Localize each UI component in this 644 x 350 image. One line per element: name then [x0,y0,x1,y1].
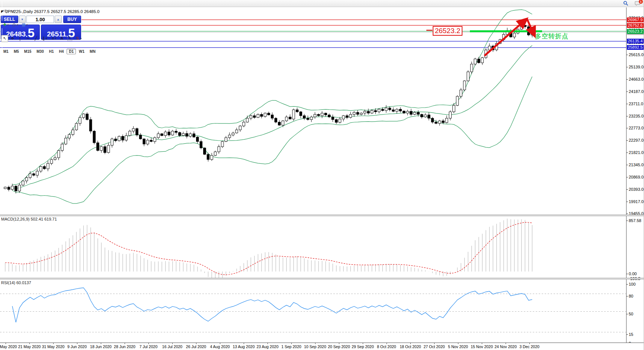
date-label: 13 Aug 2020 [233,344,255,349]
chart-shift-button[interactable]: ⇥ [9,7,16,15]
date-label: 5 Nov 2020 [448,344,468,349]
rsi-pane[interactable] [0,279,626,343]
cursor-icon: ↖ [2,35,7,42]
rsi-line [12,288,532,322]
fibonacci-button[interactable]: ≡F [49,35,58,42]
trendline-button[interactable]: ╱ [32,35,39,42]
chart-shift-icon: ⇥ [10,8,15,14]
axis-tick [627,177,628,177]
date-label: 10 Sep 2020 [304,344,326,349]
date-tick [6,343,6,344]
price-tick-label: 80 [629,294,633,298]
axis-tick [627,221,628,221]
price-level-label: 26135.4 [627,39,644,44]
timeframe-d1[interactable]: D1 [67,49,76,54]
date-tick [196,343,196,344]
arrow-tools-dropdown-icon[interactable]: ▾ [80,37,82,40]
search-button[interactable] [622,0,629,7]
tag-dash [426,30,432,31]
notifications-button[interactable]: 1 [634,0,641,7]
axis-tick [627,274,628,274]
date-axis[interactable]: 12 May 202021 May 202031 May 20209 Jun 2… [0,343,644,350]
toolbar: ◫⊟⊞新订单✎☻◉▶自动交易┃┃▌▮∿⊕⊖⊞⇉⇥✚▾◷▾▦▾↖✛│─╱∥E≡FA… [0,0,644,7]
date-tick [315,343,315,344]
date-tick [125,343,125,344]
date-tick [53,343,54,344]
price-tag-annotation[interactable]: 26523.2 [433,26,462,36]
price-axis[interactable]: 27043.026567.026091.026485.025615.025139… [626,7,644,343]
price-tick-label: 22297.0 [629,138,644,142]
toolbar-group: ✚▾◷▾▦▾ [1,21,98,28]
zoom-out-icon: ⊖ [10,0,15,0]
price-level-label: 25892.5 [627,45,644,50]
date-label: 4 Aug 2020 [210,344,230,349]
indicators-button[interactable]: ✚▾ [1,21,10,28]
horizontal-line-icon: ─ [26,35,31,42]
equidistant-channel-sub-label: E [46,37,48,40]
timeframe-m5[interactable]: M5 [12,49,21,54]
timeframe-group: M1M5M15M30H1H4D1W1MN [1,49,98,54]
date-label: 28 Jun 2020 [114,344,135,349]
price-level-label: 26967.9 [627,17,644,22]
date-label: 29 Sep 2020 [352,344,374,349]
date-tick [220,343,220,344]
date-label: 15 Nov 2020 [471,344,493,349]
axis-tick [627,202,628,202]
axis-tick [627,91,628,92]
date-tick [148,343,149,344]
cursor-button[interactable]: ↖ [1,35,8,42]
date-label: 21 May 2020 [18,344,41,349]
timeframe-m15[interactable]: M15 [22,49,33,54]
macd-histogram [5,219,532,278]
axis-tick [627,296,628,296]
crosshair-button[interactable]: ✛ [9,35,16,42]
date-tick [267,343,268,344]
date-tick [77,343,77,344]
text-label-button[interactable]: T [66,35,73,42]
zoom-out-button[interactable]: ⊖ [9,0,16,1]
timeframe-m1[interactable]: M1 [1,49,11,54]
timeframe-h1[interactable]: H1 [47,49,56,54]
pane-separator[interactable] [0,215,644,216]
date-label: 12 May 2020 [0,344,17,349]
price-tick-label: 50 [629,312,633,316]
date-tick [29,343,30,344]
date-label: 8 Oct 2020 [377,344,396,349]
equidistant-channel-button[interactable]: ∥E [40,35,49,42]
horizontal-line-button[interactable]: ─ [25,35,32,42]
pane-separator[interactable] [0,278,644,279]
vertical-line-button[interactable]: │ [17,35,24,42]
support-level-bar[interactable] [470,30,542,32]
axis-tick [627,213,628,214]
axis-tick [627,116,628,116]
auto-scroll-button[interactable]: ⇉ [1,7,8,15]
toolbar-group: ⇉⇥ [1,7,98,15]
periods-dropdown-icon[interactable]: ▾ [17,23,19,26]
timeframe-w1[interactable]: W1 [77,49,87,54]
timeframe-h4[interactable]: H4 [57,49,66,54]
price-tick-label: 857.58 [629,218,641,223]
date-tick [363,343,363,344]
toolbar-separator [2,15,2,21]
tile-windows-button[interactable]: ⊞ [17,0,24,1]
axis-tick [627,55,628,55]
date-label: 18 Oct 2020 [400,344,421,349]
date-tick [529,343,530,344]
price-level-label: 26752.6 [627,23,644,28]
periods-icon: ◷ [12,22,17,28]
vertical-line-icon: │ [18,35,23,42]
arrow-tools-button[interactable]: ⇅▾ [74,35,83,42]
mt4-window: ◫⊟⊞新订单✎☻◉▶自动交易┃┃▌▮∿⊕⊖⊞⇉⇥✚▾◷▾▦▾↖✛│─╱∥E≡FA… [0,0,644,350]
axis-tick [627,152,628,153]
macd-pane[interactable] [0,216,626,278]
indicators-dropdown-icon[interactable]: ▾ [7,23,9,26]
text-button[interactable]: A [58,35,65,42]
timeframe-m30[interactable]: M30 [34,49,46,54]
turning-point-note[interactable]: 多空转折点 [535,32,568,41]
periods-button[interactable]: ◷▾ [11,21,20,28]
templates-dropdown-icon[interactable]: ▾ [26,23,28,26]
date-tick [291,343,292,344]
date-tick [244,343,244,344]
templates-button[interactable]: ▦▾ [20,21,29,28]
timeframe-mn[interactable]: MN [87,49,98,54]
